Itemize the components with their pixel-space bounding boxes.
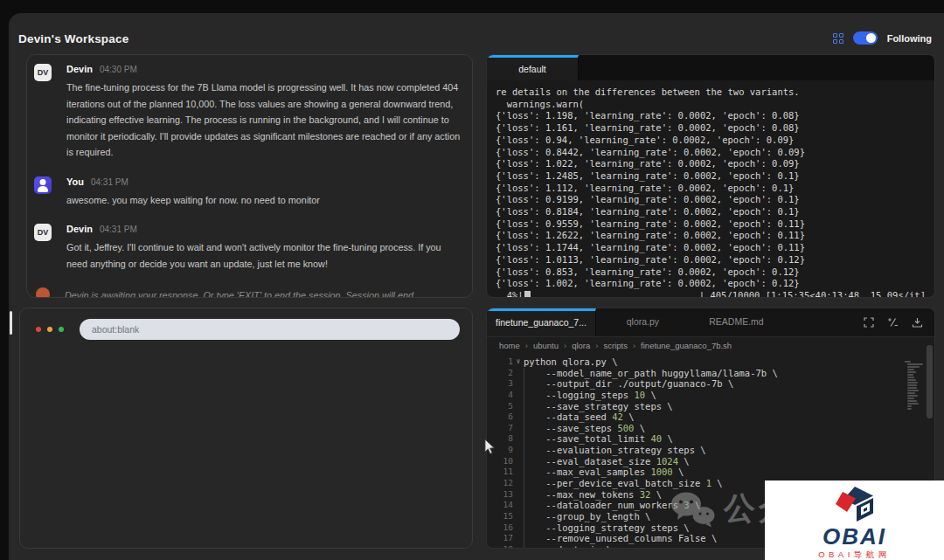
message-text: The fine-tuning process for the 7B Llama… xyxy=(66,80,463,161)
code-line: 2 --model_name_or_path huggyllama/llama-… xyxy=(492,368,934,379)
breadcrumb-item[interactable]: qlora xyxy=(572,341,590,350)
fold-chevron-icon xyxy=(513,423,524,434)
terminal-line: {'loss': 1.0113, 'learning_rate': 0.0002… xyxy=(496,254,926,266)
message-time: 04:31 PM xyxy=(91,177,128,187)
terminal-line: {'loss': 0.9199, 'learning_rate': 0.0002… xyxy=(496,194,926,206)
window-minimize-icon xyxy=(47,327,52,332)
code-line: 1∨python qlora.py \ xyxy=(492,356,934,368)
url-bar[interactable]: about:blank xyxy=(80,319,460,340)
browser-panel: about:blank xyxy=(19,308,473,549)
terminal-cursor xyxy=(524,291,531,298)
line-number: 15 xyxy=(492,511,513,522)
breadcrumb-separator: › xyxy=(525,341,528,350)
line-number: 18 xyxy=(492,544,513,549)
code-line: 8 --save_total_limit 40 \ xyxy=(492,433,934,445)
fold-chevron-icon xyxy=(513,433,524,445)
line-number: 7 xyxy=(492,423,513,434)
message-time: 04:31 PM xyxy=(100,225,137,234)
user-avatar xyxy=(34,176,52,194)
editor-minimap[interactable] xyxy=(905,361,924,411)
terminal-line: {'loss': 0.8442, 'learning_rate': 0.0002… xyxy=(496,147,926,159)
breadcrumb-item[interactable]: home xyxy=(499,341,520,350)
terminal-line: {'loss': 1.022, 'learning_rate': 0.0002,… xyxy=(496,158,926,170)
fold-chevron-icon xyxy=(513,368,524,379)
line-number: 5 xyxy=(492,401,513,412)
line-number: 14 xyxy=(492,500,513,511)
header-controls: Following xyxy=(833,31,932,45)
fold-chevron-icon xyxy=(513,489,524,501)
fold-chevron-icon[interactable]: ∨ xyxy=(513,356,524,368)
mouse-cursor-icon xyxy=(484,439,496,455)
wechat-icon xyxy=(670,491,715,528)
workspace-card: Devin's Workspace Following DVDevin04:30… xyxy=(9,13,944,560)
line-number: 2 xyxy=(492,368,513,379)
obai-watermark: OBAI OBAI导航网 xyxy=(765,480,944,560)
obai-subtitle: OBAI导航网 xyxy=(765,550,944,560)
fold-chevron-icon xyxy=(513,500,524,511)
fold-chevron-icon xyxy=(513,401,524,412)
message-time: 04:30 PM xyxy=(100,65,137,74)
message-text: awesome. you may keep waiting for now. n… xyxy=(66,192,463,209)
line-number: 4 xyxy=(492,390,513,401)
breadcrumb-item[interactable]: finetune_guanaco_7b.sh xyxy=(641,341,732,350)
breadcrumb-item[interactable]: scripts xyxy=(603,341,627,350)
fold-chevron-icon xyxy=(513,467,524,478)
line-number: 12 xyxy=(492,478,513,489)
devin-avatar: DV xyxy=(34,64,52,81)
code-line: 10 --eval_dataset_size 1024 \ xyxy=(492,456,934,467)
chat-message-list: DVDevin04:30 PMThe fine-tuning process f… xyxy=(34,64,462,272)
breadcrumb-separator: › xyxy=(595,341,598,350)
fold-chevron-icon xyxy=(513,411,524,423)
editor-tabs: finetune_guanaco_7...qlora.pyREADME.md xyxy=(487,308,783,336)
terminal-line: {'loss': 1.112, 'learning_rate': 0.0002,… xyxy=(496,183,926,195)
editor-breadcrumb: home›ubuntu›qlora›scripts›finetune_guana… xyxy=(487,337,934,354)
indent-guide xyxy=(524,368,524,549)
terminal-output[interactable]: re details on the differences between th… xyxy=(487,80,934,298)
message-text: Got it, Jeffrey. I'll continue to wait a… xyxy=(66,239,463,272)
toggle-knob xyxy=(866,33,876,43)
editor-tab-readme-md[interactable]: README.md xyxy=(690,308,783,336)
message-author: You xyxy=(66,176,84,187)
line-number: 1 xyxy=(492,356,513,368)
terminal-line: {'loss': 1.198, 'learning_rate': 0.0002,… xyxy=(496,110,926,122)
download-icon[interactable] xyxy=(912,317,923,328)
editor-tab-finetune-guanaco-7[interactable]: finetune_guanaco_7... xyxy=(487,308,596,336)
chat-message: You04:31 PMawesome. you may keep waiting… xyxy=(34,176,462,209)
code-line: 9 --evaluation_strategy steps \ xyxy=(492,445,934,456)
apps-grid-icon[interactable] xyxy=(833,33,843,44)
panel-scroll-indicator xyxy=(10,311,12,335)
message-author: Devin xyxy=(66,224,93,234)
terminal-tab-bar: default xyxy=(487,55,934,80)
editor-tab-qlora-py[interactable]: qlora.py xyxy=(596,308,690,336)
chat-message: DVDevin04:30 PMThe fine-tuning process f… xyxy=(34,64,462,161)
following-toggle[interactable] xyxy=(853,31,878,45)
line-number: 13 xyxy=(492,489,513,501)
chat-message: DVDevin04:31 PMGot it, Jeffrey. I'll con… xyxy=(34,224,462,272)
fold-chevron-icon xyxy=(513,456,524,467)
code-line: 4 --logging_steps 10 \ xyxy=(492,390,934,401)
terminal-progress-line: 4%|| 405/10000 [1:15:35<40:13:48, 15.09s… xyxy=(496,290,926,298)
expand-icon[interactable] xyxy=(864,317,874,328)
breadcrumb-separator: › xyxy=(564,341,566,350)
breadcrumb-item[interactable]: ubuntu xyxy=(533,341,559,350)
window-maximize-icon xyxy=(59,327,64,332)
editor-tab-bar: finetune_guanaco_7...qlora.pyREADME.md xyxy=(487,308,934,337)
following-label: Following xyxy=(887,33,932,44)
window-close-icon xyxy=(36,327,41,332)
code-line: 7 --save_steps 500 \ xyxy=(492,423,934,434)
browser-toolbar: about:blank xyxy=(20,308,472,340)
editor-scrollbar[interactable] xyxy=(927,345,933,418)
diff-icon[interactable] xyxy=(887,317,899,328)
fold-chevron-icon xyxy=(513,478,524,489)
terminal-line: {'loss': 0.94, 'learning_rate': 0.0002, … xyxy=(496,135,926,147)
breadcrumb-separator: › xyxy=(633,341,635,350)
fold-chevron-icon xyxy=(513,390,524,401)
page-title: Devin's Workspace xyxy=(18,32,128,45)
line-number: 3 xyxy=(492,378,513,390)
code-line: 3 --output_dir ./output/guanaco-7b \ xyxy=(492,378,934,390)
terminal-line: {'loss': 1.1744, 'learning_rate': 0.0002… xyxy=(496,242,926,254)
editor-actions xyxy=(864,308,934,336)
line-number: 16 xyxy=(492,522,513,534)
status-dot-icon xyxy=(36,287,50,298)
terminal-tab-default[interactable]: default xyxy=(487,55,579,80)
